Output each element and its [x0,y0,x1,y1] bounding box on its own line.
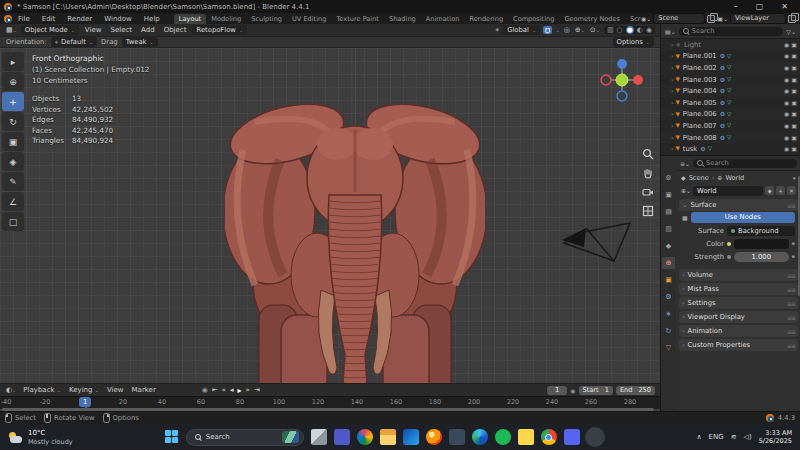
network-icon[interactable]: ≋ [731,433,737,441]
object-name[interactable]: Plane.006 [682,110,718,118]
keying-set-icon[interactable]: ◉ [570,387,575,394]
rotate-tool[interactable]: ↻ [2,112,24,131]
timeline-menu-marker[interactable]: Marker [130,386,158,394]
tab-render-icon[interactable]: ▣ [662,189,675,201]
overlays-icon[interactable]: ⊙⌄ [589,26,601,34]
unlink-world-icon[interactable]: ✕ [787,186,796,195]
expand-arrow-icon[interactable]: › [671,87,674,95]
blender-taskbar-icon[interactable] [587,429,603,445]
timeline-menu-playback[interactable]: Playback ⌄ [21,386,63,394]
timeline-menu-keying[interactable]: Keying ⌄ [67,386,101,394]
tab-geometry-nodes[interactable]: Geometry Nodes [559,14,625,24]
viewport-display-panel[interactable]: ›Viewport Display≡≡ [679,311,798,323]
object-name[interactable]: Plane.002 [682,64,718,72]
mist-pass-panel[interactable]: ›Mist Pass≡≡ [679,283,798,295]
outliner-row-light[interactable]: › ☼ Light ◉ ▣ [661,39,800,51]
object-name[interactable]: Light [683,41,702,49]
close-button[interactable]: ✕ [781,2,788,11]
timeline-menu-view[interactable]: View [105,386,126,394]
window-titlebar[interactable]: * Samson [C:\Users\Admin\Desktop\Blender… [0,0,800,13]
tab-scene-icon[interactable]: ◆ [662,240,675,252]
frame-end-field[interactable]: End250 [616,386,655,395]
expand-arrow-icon[interactable]: › [671,110,674,118]
shading-solid-icon[interactable]: ● [626,26,634,34]
scene-selector[interactable]: Scene [653,13,705,24]
surface-value-field[interactable]: Background [727,226,795,236]
expand-arrow-icon[interactable]: › [671,76,674,84]
play-button[interactable]: ▸ [238,386,242,395]
mode-dropdown[interactable]: Object Mode⌄ [21,25,79,35]
perspective-toggle-icon[interactable] [642,205,654,217]
blender-menu-icon[interactable] [4,15,12,23]
outliner-row[interactable]: › ▼ Plane.002 ⚙ ▽ ◉ ▣ [661,62,800,74]
orientation-dropdown[interactable]: ⌖Default⌄ [51,37,97,47]
render-camera-icon[interactable]: ▣ [791,53,797,59]
elephant-model[interactable] [225,100,485,383]
tab-scripting[interactable]: Scripting [625,14,641,24]
visibility-eye-icon[interactable]: ◉ [784,88,789,94]
object-name[interactable]: Plane.008 [682,134,718,142]
view-layer-icon[interactable]: ▣⌄ [717,15,728,22]
outliner-row[interactable]: › ▼ Plane.006 ⚙ ▽ ◉ ▣ [661,109,800,121]
add-cube-tool[interactable]: □ [2,212,24,231]
tab-shading[interactable]: Shading [384,14,421,24]
outliner-row[interactable]: › ▼ Plane.007 ⚙ ▽ ◉ ▣ [661,120,800,132]
tab-texture-paint[interactable]: Texture Paint [331,14,384,24]
expand-arrow-icon[interactable]: › [671,41,674,49]
transform-pivot-icon[interactable]: ⌖ [494,26,500,34]
tab-sculpting[interactable]: Sculpting [246,14,287,24]
tab-uv-editing[interactable]: UV Editing [287,14,331,24]
render-camera-icon[interactable]: ▣ [791,100,797,106]
expand-arrow-icon[interactable]: › [671,99,674,107]
outliner-row[interactable]: › ▼ Plane.005 ⚙ ▽ ◉ ▣ [661,97,800,109]
outliner-row[interactable]: › ▼ Plane.008 ⚙ ▽ ◉ ▣ [661,132,800,144]
tab-physics-icon[interactable]: ↻ [662,325,675,337]
navigation-gizmo[interactable] [598,56,646,104]
frame-start-field[interactable]: Start1 [579,386,613,395]
tab-object-icon[interactable]: ▣ [662,274,675,286]
retopoflow-menu[interactable]: RetopoFlow⌄ [192,25,247,35]
language-indicator[interactable]: ENG [709,433,724,441]
shading-material-icon[interactable]: ◐ [637,26,643,34]
volume-panel[interactable]: ›Volume≡≡ [679,269,798,281]
tweak-dropdown[interactable]: Tweak⌄ [122,37,158,47]
pin-icon[interactable]: ⌖ [793,174,796,182]
snapping-magnet-icon[interactable]: Ω [543,26,552,34]
custom-properties-panel[interactable]: ›Custom Properties≡≡ [679,339,798,351]
visibility-eye-icon[interactable]: ◉ [784,111,789,117]
animation-panel[interactable]: ›Animation≡≡ [679,325,798,337]
tab-output-icon[interactable]: ▤ [662,206,675,218]
sticky-notes-icon[interactable] [518,429,534,445]
transform-orientation-dropdown[interactable]: Global⌄ [503,25,540,35]
taskbar-search[interactable]: Search [186,429,304,446]
scale-tool[interactable]: ▣ [2,132,24,151]
visibility-eye-icon[interactable]: ◉ [784,65,789,71]
weather-widget[interactable]: 10°C Mostly cloudy [8,429,73,446]
render-camera-icon[interactable]: ▣ [791,123,797,129]
outliner-row[interactable]: › ▼ Plane.001 ⚙ ▽ ◉ ▣ [661,51,800,63]
keyframe-diamond-icon[interactable]: ◆ [792,254,795,259]
outlook-icon[interactable] [403,429,419,445]
use-nodes-button[interactable]: Use Nodes [691,212,795,223]
cursor-tool[interactable]: ⊕ [2,72,24,91]
render-camera-icon[interactable]: ▣ [791,111,797,117]
timeline-editor-icon[interactable]: ◐⌄ [5,386,17,394]
settings-panel[interactable]: ›Settings≡≡ [679,297,798,309]
select-box-tool[interactable]: ▸ [2,52,24,71]
expand-arrow-icon[interactable]: › [671,134,674,142]
play-reverse-button[interactable]: ◂ [230,386,234,394]
menu-edit[interactable]: Edit [36,15,62,23]
expand-arrow-icon[interactable]: › [671,52,674,60]
snapping-dropdown-icon[interactable]: ⌄ [555,27,559,33]
visibility-eye-icon[interactable]: ◉ [784,53,789,59]
previous-keyframe-button[interactable]: « [222,386,226,394]
minimize-button[interactable]: – [734,2,738,11]
color-swatch[interactable] [734,239,789,249]
chrome-icon[interactable] [541,429,557,445]
outliner-row[interactable]: › ▼ Plane.003 ⚙ ▽ ◉ ▣ [661,74,800,86]
spotify-icon[interactable] [495,429,511,445]
edge-icon[interactable] [472,429,488,445]
outliner-row[interactable]: › ▼ Plane.004 ⚙ ▽ ◉ ▣ [661,85,800,97]
outliner-row[interactable]: › ▼ tusk ⚙ ▽ ◉ ▣ [661,143,800,155]
world-name-field[interactable]: World [693,186,763,196]
